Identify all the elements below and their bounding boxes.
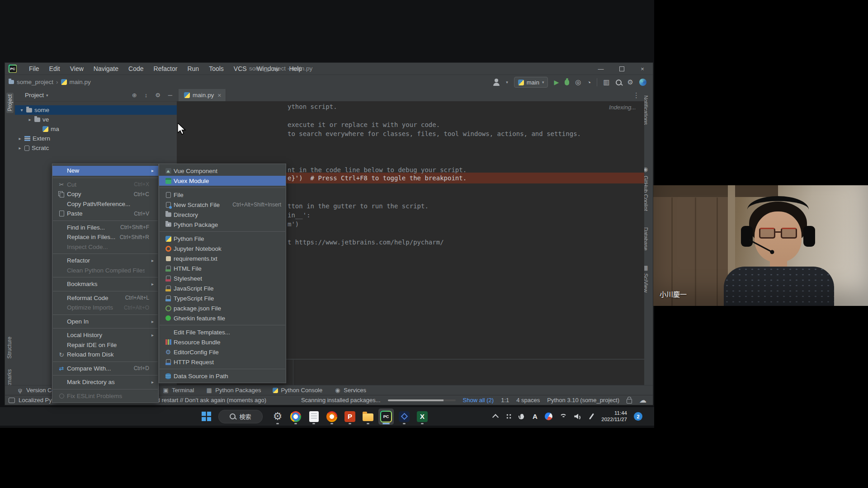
tray-ime-icon[interactable]: A: [532, 413, 538, 420]
context-menu-item-paste[interactable]: Paste Ctrl+V: [52, 209, 158, 219]
breadcrumb-file[interactable]: main.py: [70, 79, 91, 85]
menubar-item-file[interactable]: File: [25, 64, 43, 74]
new-submenu-item-vue-component[interactable]: Vue Component: [159, 166, 286, 176]
event-log-icon[interactable]: [9, 398, 15, 403]
cloud-sync-icon[interactable]: ☁: [639, 396, 646, 404]
new-submenu-item-jupyter-notebook[interactable]: Jupyter Notebook: [159, 244, 286, 253]
layout-button[interactable]: ▥: [603, 78, 609, 86]
menubar-item-navigate[interactable]: Navigate: [90, 64, 123, 74]
new-submenu-item-edit-file-templates[interactable]: Edit File Templates...: [159, 327, 286, 337]
tab-main-py[interactable]: main.py ×: [179, 89, 226, 101]
taskbar-search[interactable]: 検索: [218, 410, 263, 423]
context-menu-item-open-in[interactable]: Open In ▸: [52, 317, 158, 327]
close-tab-icon[interactable]: ×: [217, 92, 221, 99]
new-submenu-item-directory[interactable]: Directory: [159, 210, 286, 220]
tree-chevron-icon[interactable]: ▸: [28, 117, 32, 122]
menubar-item-tools[interactable]: Tools: [205, 64, 228, 74]
taskbar-app-notes[interactable]: [306, 408, 321, 425]
menubar-item-vcs[interactable]: VCS: [230, 64, 251, 74]
context-menu-item-new[interactable]: New ▸: [52, 166, 158, 176]
context-menu-item-bookmarks[interactable]: Bookmarks ▸: [52, 279, 158, 289]
new-submenu-item-package-json-file[interactable]: package.json File: [159, 303, 286, 313]
context-menu-item-clean-python-compiled-files[interactable]: Clean Python Compiled Files: [52, 266, 158, 276]
context-menu-item-reformat-code[interactable]: Reformat Code Ctrl+Alt+L: [52, 293, 158, 303]
tray-pen-icon[interactable]: [588, 413, 594, 420]
interpreter-setting[interactable]: Python 3.10 (some_project): [547, 397, 619, 404]
new-submenu-item-editorconfig-file[interactable]: EditorConfig File: [159, 347, 286, 357]
context-menu-item-cut[interactable]: Cut Ctrl+X: [52, 180, 158, 190]
taskbar-app-pycharm[interactable]: [378, 408, 394, 425]
new-submenu-item-vuex-module[interactable]: Vuex Module: [159, 176, 286, 186]
new-submenu-item-typescript-file[interactable]: TypeScript File: [159, 293, 286, 303]
tree-row-ve[interactable]: ▸ ve: [15, 115, 177, 124]
panel-gear-icon[interactable]: ⚙: [155, 92, 160, 99]
maximize-button[interactable]: [611, 63, 632, 75]
search-icon[interactable]: [616, 80, 622, 85]
hide-panel-icon[interactable]: ─: [168, 92, 172, 99]
tray-chevron-up-icon[interactable]: [492, 414, 499, 419]
tree-row-some[interactable]: ▾ some: [15, 105, 177, 115]
taskbar-app-powerpoint[interactable]: P: [342, 408, 358, 425]
notification-count-badge[interactable]: 2: [634, 412, 642, 421]
stripe-tab-structure[interactable]: Structure: [6, 337, 13, 359]
new-submenu-item-stylesheet[interactable]: Stylesheet: [159, 273, 286, 283]
debug-button[interactable]: [565, 80, 569, 85]
taskbar-app-chrome-beta[interactable]: [324, 408, 340, 425]
profiler-button[interactable]: ◔: [587, 79, 591, 86]
new-submenu-item-gherkin-feature-file[interactable]: Gherkin feature file: [159, 313, 286, 323]
context-menu-item-inspect-code[interactable]: Inspect Code...: [52, 242, 158, 252]
context-menu-item-replace-in-files[interactable]: Replace in Files... Ctrl+Shift+R: [52, 232, 158, 242]
locate-file-icon[interactable]: ⊕: [132, 92, 137, 99]
new-submenu-item-javascript-file[interactable]: JavaScript File: [159, 283, 286, 293]
tray-wifi-icon[interactable]: [559, 413, 567, 420]
indent-setting[interactable]: 4 spaces: [516, 397, 540, 404]
run-config-selector[interactable]: main ▾: [514, 77, 548, 88]
run-button[interactable]: ▶: [554, 79, 559, 86]
tray-hidden-icons-icon[interactable]: [505, 413, 512, 419]
context-menu-item-copy[interactable]: Copy Ctrl+C: [52, 189, 158, 199]
tree-chevron-icon[interactable]: ▸: [18, 136, 22, 141]
tool-window-button-terminal[interactable]: Terminal: [162, 387, 194, 394]
expand-collapse-icon[interactable]: ↕: [145, 92, 148, 99]
context-menu-item-find-in-files[interactable]: Find in Files... Ctrl+Shift+F: [52, 223, 158, 233]
tree-row-scratc[interactable]: ▸ Scratc: [15, 143, 177, 153]
tree-row-ma[interactable]: ma: [15, 124, 177, 134]
taskbar-app-dev-app[interactable]: [396, 408, 412, 425]
new-submenu-item-requirements-txt[interactable]: requirements.txt: [159, 253, 286, 263]
tool-window-button-python-packages[interactable]: Python Packages: [206, 387, 261, 394]
tree-row-extern[interactable]: ▸ Extern: [15, 134, 177, 143]
new-submenu-item-http-request[interactable]: HTTP Request: [159, 357, 286, 367]
close-button[interactable]: ×: [632, 63, 653, 75]
context-menu-item-reload-from-disk[interactable]: Reload from Disk: [52, 350, 158, 360]
caret-position[interactable]: 1:1: [501, 397, 509, 404]
taskbar-app-chrome[interactable]: [288, 408, 303, 425]
context-menu-item-repair-ide-on-file[interactable]: Repair IDE on File: [52, 340, 158, 350]
new-submenu-item-python-file[interactable]: Python File: [159, 234, 286, 244]
tray-microphone-icon[interactable]: [519, 414, 525, 419]
new-submenu-item-file[interactable]: File: [159, 190, 286, 200]
tray-volume-icon[interactable]: [574, 413, 581, 420]
context-menu-item-refactor[interactable]: Refactor ▸: [52, 256, 158, 266]
new-submenu-item-html-file[interactable]: HTML File: [159, 263, 286, 273]
menubar-item-refactor[interactable]: Refactor: [150, 64, 182, 74]
tray-chat-icon[interactable]: [545, 413, 552, 420]
context-menu-item-fix-eslint-problems[interactable]: Fix ESLint Problems: [52, 391, 158, 401]
tree-chevron-icon[interactable]: ▸: [18, 145, 22, 150]
taskbar-app-settings[interactable]: [270, 408, 285, 425]
windows-start-icon[interactable]: [202, 412, 211, 421]
menubar-item-edit[interactable]: Edit: [45, 64, 64, 74]
coverage-button[interactable]: ◎: [575, 78, 581, 86]
menubar-item-code[interactable]: Code: [124, 64, 147, 74]
context-menu-item-mark-directory-as[interactable]: Mark Directory as ▸: [52, 377, 158, 387]
user-icon[interactable]: [493, 79, 500, 86]
tab-options-icon[interactable]: ⋮: [633, 91, 640, 99]
code-with-me-icon[interactable]: [639, 79, 646, 86]
stripe-tab-project[interactable]: Project: [6, 93, 14, 113]
new-submenu-item-data-source-in-path[interactable]: Data Source in Path: [159, 371, 286, 381]
taskbar-clock[interactable]: 11:44 2022/11/27: [601, 410, 627, 422]
context-menu-item-local-history[interactable]: Local History ▸: [52, 330, 158, 340]
menubar-item-run[interactable]: Run: [183, 64, 203, 74]
breadcrumb-project[interactable]: some_project: [17, 79, 53, 85]
show-all-link[interactable]: Show all (2): [463, 397, 494, 404]
tool-window-button-services[interactable]: Services: [334, 387, 366, 394]
